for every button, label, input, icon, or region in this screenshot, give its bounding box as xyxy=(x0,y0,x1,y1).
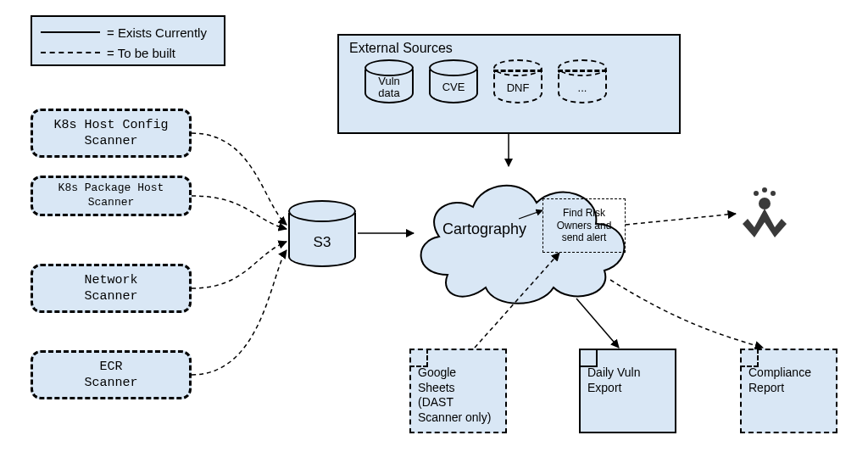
cloud-inner-action: Find Risk Owners and send alert xyxy=(542,198,626,253)
db-label: ... xyxy=(578,82,587,94)
db-vuln-data: Vuln data xyxy=(364,59,414,103)
legend-solid-line xyxy=(41,31,100,33)
legend-tobuild-label: = To be built xyxy=(107,46,175,60)
db-label: S3 xyxy=(314,235,331,251)
db-more: ... xyxy=(558,59,607,103)
scanner-label: ECR Scanner xyxy=(84,359,137,392)
output-label: Google Sheets (DAST Scanner only) xyxy=(418,357,498,425)
output-google-sheets: Google Sheets (DAST Scanner only) xyxy=(409,349,507,433)
legend-box: = Exists Currently = To be built xyxy=(31,15,225,66)
db-label: CVE xyxy=(442,81,465,93)
output-compliance: Compliance Report xyxy=(740,349,837,433)
output-daily-vuln: Daily Vuln Export xyxy=(579,349,676,433)
db-s3: S3 xyxy=(288,200,356,267)
scanner-label: K8s Host Config Scanner xyxy=(53,117,168,150)
scanner-network: Network Scanner xyxy=(31,264,192,313)
jira-icon xyxy=(737,185,792,242)
scanner-label: K8s Package Host Scanner xyxy=(58,181,164,210)
svg-point-0 xyxy=(762,187,767,193)
cloud-title: Cartography xyxy=(442,220,526,238)
svg-point-3 xyxy=(759,198,771,209)
db-label: DNF xyxy=(507,82,530,94)
legend-row-exists: = Exists Currently xyxy=(41,22,215,42)
svg-point-2 xyxy=(771,191,776,196)
db-label: Vuln data xyxy=(378,75,400,100)
scanner-label: Network Scanner xyxy=(84,272,137,305)
legend-dashed-line xyxy=(41,52,100,53)
legend-exists-label: = Exists Currently xyxy=(107,25,207,40)
external-sources-title: External Sources xyxy=(349,41,669,56)
svg-point-1 xyxy=(754,191,759,196)
db-dnf: DNF xyxy=(493,59,542,103)
output-label: Compliance Report xyxy=(748,357,829,395)
db-cve: CVE xyxy=(429,59,478,103)
scanner-ecr: ECR Scanner xyxy=(31,350,192,399)
cloud-inner-label: Find Risk Owners and send alert xyxy=(557,207,612,243)
scanner-k8s-host-config: K8s Host Config Scanner xyxy=(31,109,192,158)
legend-row-tobuild: = To be built xyxy=(41,42,215,63)
external-sources-row: Vuln data CVE DNF ... xyxy=(349,59,669,103)
external-sources-box: External Sources Vuln data CVE DNF ... xyxy=(337,34,681,134)
architecture-diagram: = Exists Currently = To be built K8s Hos… xyxy=(0,0,868,452)
output-label: Daily Vuln Export xyxy=(587,357,668,395)
scanner-k8s-package-host: K8s Package Host Scanner xyxy=(31,176,192,216)
